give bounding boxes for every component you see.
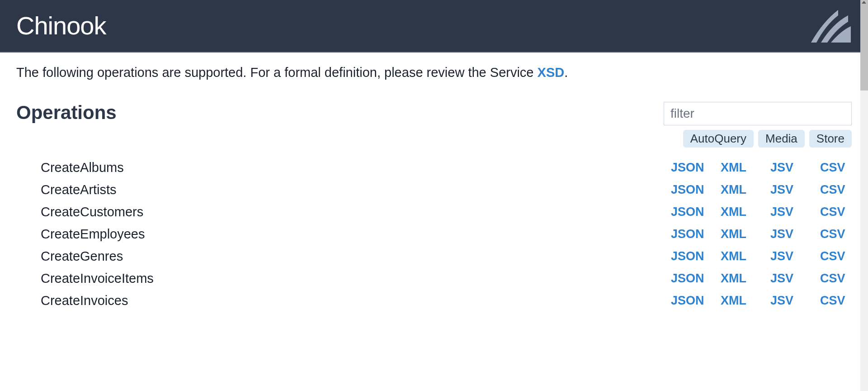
scrollbar-thumb[interactable] bbox=[860, 0, 868, 91]
format-jsv-link[interactable]: JSV bbox=[770, 249, 820, 263]
operation-formats: JSON XML JSV CSV bbox=[671, 205, 852, 219]
chip-autoquery[interactable]: AutoQuery bbox=[683, 130, 754, 148]
format-xml-link[interactable]: XML bbox=[721, 183, 770, 197]
operations-heading: Operations bbox=[16, 102, 117, 124]
operation-formats: JSON XML JSV CSV bbox=[671, 227, 852, 241]
xsd-link[interactable]: XSD bbox=[538, 65, 565, 80]
format-jsv-link[interactable]: JSV bbox=[770, 183, 820, 197]
format-xml-link[interactable]: XML bbox=[721, 161, 770, 175]
format-xml-link[interactable]: XML bbox=[721, 272, 770, 286]
format-jsv-link[interactable]: JSV bbox=[770, 161, 820, 175]
intro-suffix: . bbox=[564, 65, 568, 80]
scrollbar-up-arrow-icon[interactable] bbox=[862, 1, 866, 4]
format-csv-link[interactable]: CSV bbox=[820, 161, 852, 175]
format-csv-link[interactable]: CSV bbox=[820, 227, 852, 241]
operation-name: CreateInvoiceItems bbox=[41, 271, 671, 286]
format-json-link[interactable]: JSON bbox=[671, 205, 721, 219]
operation-row: CreateAlbums JSON XML JSV CSV bbox=[16, 157, 852, 179]
operation-row: CreateEmployees JSON XML JSV CSV bbox=[16, 223, 852, 245]
operation-row: CreateCustomers JSON XML JSV CSV bbox=[16, 201, 852, 223]
format-json-link[interactable]: JSON bbox=[671, 249, 721, 263]
intro-prefix: The following operations are supported. … bbox=[16, 65, 538, 80]
operation-formats: JSON XML JSV CSV bbox=[671, 183, 852, 197]
format-xml-link[interactable]: XML bbox=[721, 249, 770, 263]
operation-name: CreateArtists bbox=[41, 182, 671, 197]
main-content: The following operations are supported. … bbox=[0, 52, 868, 325]
format-json-link[interactable]: JSON bbox=[671, 161, 721, 175]
filter-input[interactable] bbox=[664, 102, 852, 125]
operation-name: CreateInvoices bbox=[41, 293, 671, 308]
operation-name: CreateGenres bbox=[41, 249, 671, 264]
format-csv-link[interactable]: CSV bbox=[820, 183, 852, 197]
format-jsv-link[interactable]: JSV bbox=[770, 205, 820, 219]
format-json-link[interactable]: JSON bbox=[671, 227, 721, 241]
app-title: Chinook bbox=[16, 11, 106, 40]
operations-table: CreateAlbums JSON XML JSV CSV CreateArti… bbox=[16, 157, 852, 312]
operation-row: CreateArtists JSON XML JSV CSV bbox=[16, 179, 852, 201]
operation-formats: JSON XML JSV CSV bbox=[671, 161, 852, 175]
filter-chips: AutoQuery Media Store bbox=[683, 130, 852, 148]
format-csv-link[interactable]: CSV bbox=[820, 294, 852, 308]
operations-header-row: Operations AutoQuery Media Store bbox=[16, 102, 852, 148]
format-jsv-link[interactable]: JSV bbox=[770, 294, 820, 308]
chip-store[interactable]: Store bbox=[809, 130, 852, 148]
format-csv-link[interactable]: CSV bbox=[820, 205, 852, 219]
format-json-link[interactable]: JSON bbox=[671, 294, 721, 308]
operation-formats: JSON XML JSV CSV bbox=[671, 294, 852, 308]
operation-formats: JSON XML JSV CSV bbox=[671, 249, 852, 263]
operation-name: CreateCustomers bbox=[41, 205, 671, 219]
scrollbar-track[interactable] bbox=[860, 0, 868, 325]
format-xml-link[interactable]: XML bbox=[721, 294, 770, 308]
operations-controls: AutoQuery Media Store bbox=[664, 102, 852, 148]
operation-row: CreateGenres JSON XML JSV CSV bbox=[16, 245, 852, 267]
format-json-link[interactable]: JSON bbox=[671, 272, 721, 286]
format-csv-link[interactable]: CSV bbox=[820, 249, 852, 263]
intro-text: The following operations are supported. … bbox=[16, 65, 852, 80]
format-jsv-link[interactable]: JSV bbox=[770, 227, 820, 241]
format-json-link[interactable]: JSON bbox=[671, 183, 721, 197]
format-xml-link[interactable]: XML bbox=[721, 227, 770, 241]
chip-media[interactable]: Media bbox=[758, 130, 805, 148]
operation-formats: JSON XML JSV CSV bbox=[671, 272, 852, 286]
format-jsv-link[interactable]: JSV bbox=[770, 272, 820, 286]
format-xml-link[interactable]: XML bbox=[721, 205, 770, 219]
servicestack-logo-icon bbox=[807, 7, 852, 43]
app-header: Chinook bbox=[0, 0, 868, 52]
format-csv-link[interactable]: CSV bbox=[820, 272, 852, 286]
operation-name: CreateAlbums bbox=[41, 160, 671, 175]
operation-row: CreateInvoices JSON XML JSV CSV bbox=[16, 290, 852, 312]
operation-name: CreateEmployees bbox=[41, 227, 671, 242]
operation-row: CreateInvoiceItems JSON XML JSV CSV bbox=[16, 267, 852, 290]
